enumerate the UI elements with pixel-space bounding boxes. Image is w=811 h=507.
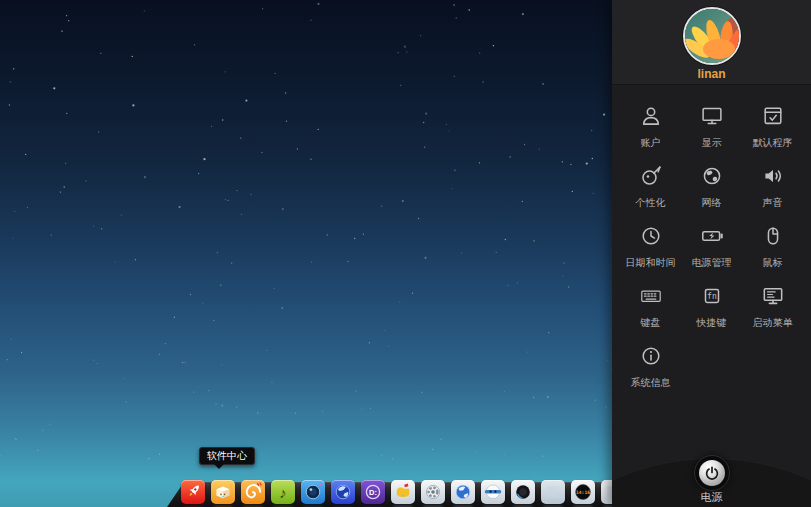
setting-label: 快捷键 <box>697 316 727 330</box>
dock-tooltip-label: 软件中心 <box>207 450 247 461</box>
svg-text:fn: fn <box>707 291 717 301</box>
setting-item-accounts[interactable]: 账户 <box>620 103 681 150</box>
svg-text:D:: D: <box>369 488 377 497</box>
setting-label: 电源管理 <box>692 256 732 270</box>
dock-tooltip: 软件中心 <box>199 447 255 465</box>
dock-item-screen-tool[interactable] <box>511 480 535 504</box>
dock: ♪D:14:16 <box>181 480 625 504</box>
dock-item-system-settings[interactable] <box>421 480 445 504</box>
setting-item-boot-menu[interactable]: 启动菜单 <box>742 283 803 330</box>
setting-item-mouse[interactable]: 鼠标 <box>742 223 803 270</box>
setting-label: 启动菜单 <box>753 316 793 330</box>
dock-item-launcher[interactable] <box>181 480 205 504</box>
setting-label: 个性化 <box>636 196 666 210</box>
tooltip-arrow-icon <box>214 464 224 469</box>
dock-item-file-manager[interactable] <box>391 480 415 504</box>
setting-item-power-management[interactable]: 电源管理 <box>681 223 742 270</box>
setting-label: 默认程序 <box>753 136 793 150</box>
power-button-face <box>699 460 725 486</box>
setting-item-date-time[interactable]: 日期和时间 <box>620 223 681 270</box>
dock-item-software-center[interactable] <box>211 480 235 504</box>
power-button[interactable] <box>694 455 730 491</box>
setting-item-default-applications[interactable]: 默认程序 <box>742 103 803 150</box>
power-label: 电源 <box>612 490 811 505</box>
dock-item-web-browser[interactable] <box>451 480 475 504</box>
battery-icon <box>699 223 725 253</box>
setting-label: 网络 <box>702 196 722 210</box>
setting-label: 键盘 <box>641 316 661 330</box>
avatar[interactable] <box>683 7 741 65</box>
user-icon <box>638 103 664 133</box>
dock-item-qq-messenger[interactable] <box>481 480 505 504</box>
dock-item-clock-app[interactable]: 14:16 <box>571 480 595 504</box>
control-center-panel: linan 账户 显示 默认程序 个性化 网络 声音 日期和时间 电源管理 鼠标… <box>612 0 811 507</box>
boot-screen-icon <box>760 283 786 313</box>
setting-label: 账户 <box>641 136 661 150</box>
avatar-flower-image <box>685 9 739 63</box>
svg-text:♪: ♪ <box>279 484 287 501</box>
mouse-icon <box>760 223 786 253</box>
dock-item-media-app[interactable] <box>241 480 265 504</box>
setting-item-system-info[interactable]: 系统信息 <box>620 343 681 390</box>
setting-label: 声音 <box>763 196 783 210</box>
fn-key-icon: fn <box>699 283 725 313</box>
setting-label: 系统信息 <box>631 376 671 390</box>
info-circle-icon <box>638 343 664 373</box>
setting-item-display[interactable]: 显示 <box>681 103 742 150</box>
setting-label: 日期和时间 <box>626 256 676 270</box>
dock-item-blank-app[interactable] <box>541 480 565 504</box>
settings-grid: 账户 显示 默认程序 个性化 网络 声音 日期和时间 电源管理 鼠标 键盘 fn… <box>620 103 803 390</box>
monitor-icon <box>699 103 725 133</box>
palette-icon <box>638 163 664 193</box>
setting-label: 鼠标 <box>763 256 783 270</box>
globe-wire-icon <box>699 163 725 193</box>
setting-label: 显示 <box>702 136 722 150</box>
dock-item-music-player[interactable]: ♪ <box>271 480 295 504</box>
keyboard-icon <box>638 283 664 313</box>
dock-item-browser[interactable] <box>331 480 355 504</box>
setting-item-personalization[interactable]: 个性化 <box>620 163 681 210</box>
checklist-window-icon <box>760 103 786 133</box>
speaker-icon <box>760 163 786 193</box>
setting-item-network[interactable]: 网络 <box>681 163 742 210</box>
dock-item-camera-app[interactable] <box>301 480 325 504</box>
clock-icon <box>638 223 664 253</box>
power-icon <box>703 464 721 482</box>
svg-text:14:16: 14:16 <box>576 490 590 495</box>
username: linan <box>612 67 811 81</box>
dock-item-movie-player[interactable]: D: <box>361 480 385 504</box>
user-section: linan <box>612 0 811 85</box>
setting-item-shortcuts[interactable]: fn 快捷键 <box>681 283 742 330</box>
setting-item-keyboard[interactable]: 键盘 <box>620 283 681 330</box>
setting-item-sound[interactable]: 声音 <box>742 163 803 210</box>
